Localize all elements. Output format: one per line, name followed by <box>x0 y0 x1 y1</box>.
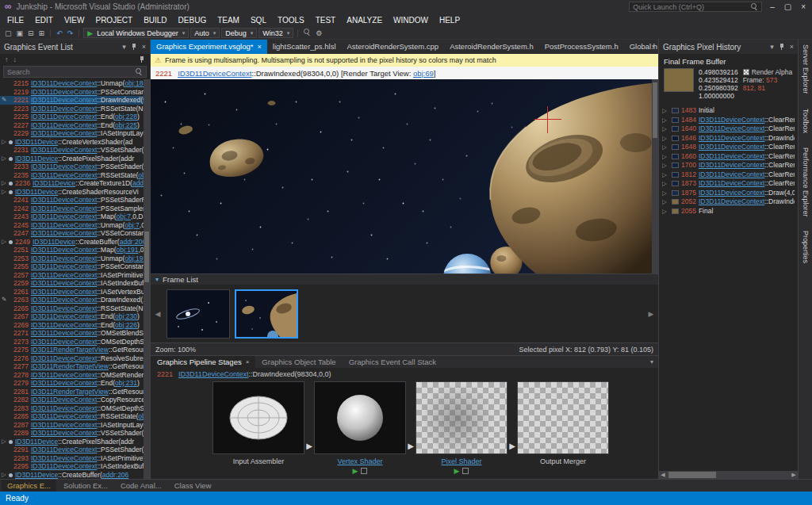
event-row[interactable]: 2273ID3D11DeviceContext::OMSetDepthSten <box>0 338 144 346</box>
doc-tab[interactable]: AsteroidRenderSystem.cpp <box>342 40 445 54</box>
object-link[interactable]: addr:2 <box>132 179 144 187</box>
menu-help[interactable]: HELP <box>434 13 465 27</box>
object-link[interactable]: obj:186 <box>124 79 144 87</box>
menu-view[interactable]: VIEW <box>59 13 90 27</box>
pin-icon[interactable] <box>779 44 785 51</box>
expander-icon[interactable]: ▷ <box>662 161 667 170</box>
object-link[interactable]: ID3D11DeviceContext <box>31 163 97 170</box>
event-row[interactable]: ▷ID3D11Device::CreateShaderResourceVi <box>0 188 144 197</box>
object-link[interactable]: ID3D11DeviceContext <box>699 134 764 142</box>
object-link[interactable]: ID3D11DeviceContext <box>31 221 97 229</box>
object-link[interactable]: obj:231 <box>115 379 137 387</box>
event-row[interactable]: ▷ID3D11Device::CreatePixelShader(addr <box>0 438 144 446</box>
configuration-dropdown[interactable]: Debug ▾ <box>221 28 257 38</box>
scroll-right-icon[interactable]: ▶ <box>790 472 798 478</box>
expander-icon[interactable]: ▷ <box>2 155 13 163</box>
object-link[interactable]: ID3D11DeviceContext <box>699 197 764 205</box>
pixel-history-row[interactable]: ▷1483Initial <box>662 106 795 116</box>
object-link[interactable]: ID3D11DeviceContext <box>31 271 97 279</box>
pixel-history-row[interactable]: ▷1660ID3D11DeviceContext::ClearRenderTar… <box>662 152 795 162</box>
event-row[interactable]: 2283ID3D11DeviceContext::OMSetDepthSten <box>0 404 144 413</box>
tab-overflow-icon[interactable]: ▾ <box>652 43 655 50</box>
object-link[interactable]: ID3D11DeviceContext <box>178 69 251 78</box>
pin-icon[interactable] <box>131 44 137 51</box>
side-tab-toolbox[interactable]: Toolbox <box>802 109 810 133</box>
pixel-history-row[interactable]: ▷2055Final <box>662 207 795 216</box>
side-tab-properties[interactable]: Properties <box>802 231 810 263</box>
menu-build[interactable]: BUILD <box>138 13 172 27</box>
pixel-history-row[interactable]: ▷1484ID3D11DeviceContext::ClearRenderTar… <box>662 116 795 125</box>
object-link[interactable]: ID3D11DeviceContext <box>699 161 764 169</box>
event-list-scrollbar[interactable] <box>144 79 150 479</box>
object-link[interactable]: ID3D11DeviceContext <box>31 229 97 237</box>
pixel-history-row[interactable]: ▷1648ID3D11DeviceContext::ClearRenderTar… <box>662 143 795 152</box>
object-link[interactable]: ID3D11DeviceContext <box>699 152 764 160</box>
close-icon[interactable]: × <box>246 356 250 369</box>
event-row[interactable]: ▷2249ID3D11Device::CreateBuffer(addr:206 <box>0 238 144 247</box>
object-link[interactable]: ID3D11DeviceContext <box>31 412 97 420</box>
object-link[interactable]: ID3D11DeviceContext <box>31 321 97 329</box>
dock-tab[interactable]: Solution Ex... <box>58 480 113 492</box>
event-row[interactable]: 2247ID3D11DeviceContext::VSSetConstantBu <box>0 229 144 238</box>
event-row[interactable]: 2281ID3D11RenderTargetView::GetResource( <box>0 388 144 396</box>
event-row[interactable]: 2276ID3D11DeviceContext::ResolveSubresou <box>0 354 144 363</box>
expander-icon[interactable]: ▷ <box>662 170 667 180</box>
quick-launch-input[interactable]: Quick Launch (Ctrl+Q) <box>629 2 762 12</box>
expander-icon[interactable]: ▷ <box>662 197 667 207</box>
object-link[interactable]: ID3D11Device <box>33 238 75 246</box>
chevron-down-icon[interactable]: ▾ <box>770 43 774 51</box>
expander-icon[interactable]: ▷ <box>662 116 667 125</box>
event-row[interactable]: 2267ID3D11DeviceContext::End(obj:230) <box>0 312 144 321</box>
object-link[interactable]: ID3D11Device <box>33 179 75 187</box>
menu-project[interactable]: PROJECT <box>90 13 138 27</box>
object-link[interactable]: ID3D11DeviceContext <box>31 404 97 412</box>
object-link[interactable]: obj:226 <box>115 321 137 329</box>
event-row[interactable]: 2223ID3D11DeviceContext::RSSetState(NULL <box>0 105 144 113</box>
object-link[interactable]: ID3D11DeviceContext <box>699 116 764 124</box>
object-link[interactable]: ID3D11DeviceContext <box>31 105 97 113</box>
object-link[interactable]: ID3D11DeviceContext <box>31 196 97 204</box>
event-row[interactable]: 2278ID3D11DeviceContext::OMSetRenderTar <box>0 371 144 380</box>
event-row[interactable]: 2251ID3D11DeviceContext::Map(obj:191,0,D… <box>0 246 144 254</box>
pixel-history-row[interactable]: ▷1812ID3D11DeviceContext::ClearRenderTar… <box>662 170 795 180</box>
stage-thumbnail-om[interactable] <box>517 381 609 454</box>
debug-shader-play-icon[interactable]: ▶ <box>454 467 460 475</box>
object-link[interactable]: ID3D11DeviceContext <box>31 212 97 220</box>
object-link[interactable]: ID3D11DeviceContext <box>31 279 97 287</box>
object-link[interactable]: ID3D11Device <box>15 438 58 446</box>
maximize-button[interactable]: ▢ <box>784 2 791 11</box>
object-link[interactable]: ID3D11DeviceContext <box>31 338 97 346</box>
event-row[interactable]: 2282ID3D11DeviceContext::CopyResource(o <box>0 396 144 404</box>
frame-thumbnail-1[interactable] <box>167 289 230 339</box>
event-row[interactable]: 2245ID3D11DeviceContext::Unmap(obj:7,0) <box>0 221 144 230</box>
event-row[interactable]: 2271ID3D11DeviceContext::OMSetBlendStat <box>0 329 144 338</box>
expander-icon[interactable]: ▷ <box>2 438 13 446</box>
event-row[interactable]: 2265ID3D11DeviceContext::RSSetState(NULL <box>0 304 144 313</box>
auto-dropdown[interactable]: Auto ▾ <box>190 28 220 38</box>
object-link[interactable]: obj:10 <box>138 412 144 420</box>
object-link[interactable]: ID3D11DeviceContext <box>31 246 97 254</box>
side-tab-server-explorer[interactable]: Server Explorer <box>802 44 810 94</box>
object-link[interactable]: ID3D11DeviceContext <box>31 146 97 154</box>
event-row[interactable]: 2275ID3D11RenderTargetView::GetResource( <box>0 346 144 354</box>
doc-tab[interactable]: Global.h <box>624 40 663 54</box>
frame-list-header[interactable]: ▾ Frame List <box>151 274 658 285</box>
object-link[interactable]: ID3D11DeviceContext <box>31 396 97 404</box>
event-row[interactable]: 2227ID3D11DeviceContext::End(obj:225) <box>0 121 144 130</box>
event-row[interactable]: 2291ID3D11DeviceContext::PSSetShader(obj <box>0 446 144 454</box>
event-row[interactable]: 2225ID3D11DeviceContext::End(obj:228) <box>0 113 144 121</box>
pixel-history-row[interactable]: ▷1873ID3D11DeviceContext::ClearRenderTar… <box>662 179 795 189</box>
stage-thumbnail-ia[interactable] <box>213 381 304 454</box>
menu-tools[interactable]: TOOLS <box>272 13 310 27</box>
object-link[interactable]: ID3D11DeviceContext <box>31 421 97 429</box>
event-row[interactable]: 2243ID3D11DeviceContext::Map(obj:7,0,D3D <box>0 212 144 221</box>
new-file-icon[interactable]: ▢ <box>3 27 13 40</box>
event-row[interactable]: 2261ID3D11DeviceContext::IASetVertexBuff… <box>0 288 144 296</box>
event-row[interactable]: 2287ID3D11DeviceContext::IASetInputLayou <box>0 421 144 430</box>
menu-test[interactable]: TEST <box>310 13 342 27</box>
open-file-icon[interactable]: ▣ <box>15 27 25 40</box>
stage-thumbnail-vs[interactable] <box>314 381 406 454</box>
expander-icon[interactable]: ▷ <box>2 188 13 197</box>
object-link[interactable]: ID3D11DeviceContext <box>31 254 97 262</box>
object-link[interactable]: ID3D11Device <box>15 138 58 146</box>
